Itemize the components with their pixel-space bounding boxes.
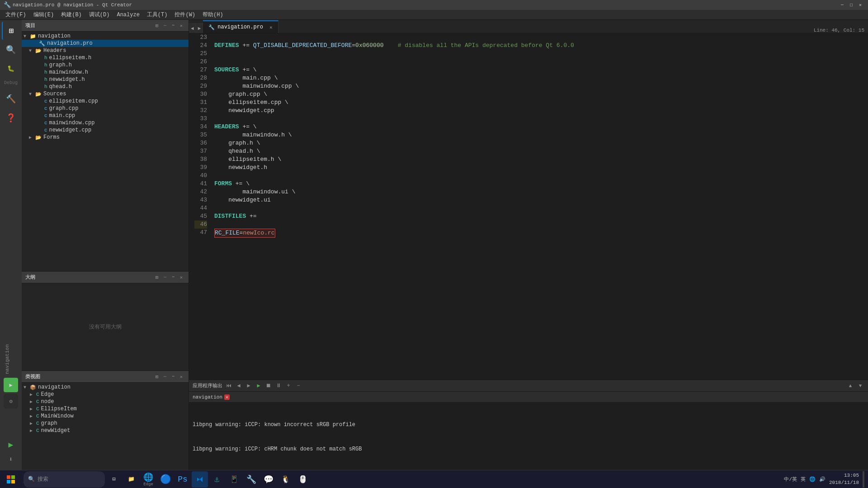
minimize-button[interactable]: ─ <box>838 1 846 9</box>
code-area[interactable]: DEFINES += QT_DISABLE_DEPRECATED_BEFORE=… <box>211 33 868 380</box>
cv-mainwindow[interactable]: ▶ C MainWindow <box>22 413 189 420</box>
outline-sort-btn[interactable]: ⊞ <box>153 274 160 281</box>
tree-item-ellipseitem-h[interactable]: h ellipseitem.h <box>22 54 189 61</box>
run-next-btn[interactable]: ▶ <box>244 381 253 390</box>
play-button[interactable]: ▶ <box>4 437 18 452</box>
cv-ellipseitem[interactable]: ▶ C EllipseItem <box>22 405 189 413</box>
run-config-button[interactable]: ⚙ <box>4 394 18 408</box>
classview-close-btn[interactable]: ✕ <box>178 373 185 380</box>
outline-close-btn[interactable]: ✕ <box>178 274 185 281</box>
output-line-2: libpng warning: iCCP: cHRM chunk does no… <box>193 445 864 453</box>
cv-node-label: node <box>41 399 54 405</box>
tree-headers-group[interactable]: ▼ 📂 Headers <box>22 47 189 54</box>
tree-item-mainwindow-cpp[interactable]: c mainwindow.cpp <box>22 119 189 127</box>
taskbar-qq-btn[interactable]: 🐧 <box>278 471 294 488</box>
tree-forms-group[interactable]: ▶ 📂 Forms <box>22 134 189 141</box>
editor-content[interactable]: 232425262728 293031323334 353637383940 4… <box>189 33 868 380</box>
tree-item-newwidget-cpp[interactable]: c newwidget.cpp <box>22 127 189 134</box>
taskbar-icons: 🔍 搜索 ⊟ 📁 🌐 Edge 🔵 Ps ⚓ 📱 🔧 💬 🐧 🖱️ <box>22 471 313 488</box>
menu-help[interactable]: 帮助(H) <box>199 10 227 19</box>
sidebar-icon-build[interactable]: 🔨 <box>2 90 20 108</box>
taskbar-chrome-btn[interactable]: 🔵 <box>157 471 174 488</box>
menu-analyze[interactable]: Analyze <box>113 11 143 19</box>
output-scroll-up-btn[interactable]: ▲ <box>846 382 854 390</box>
file-tree: ▼ 📁 navigation 🔧 navigation.pro ▼ 📂 Head… <box>22 32 189 271</box>
tree-item-mainwindow-h[interactable]: h mainwindow.h <box>22 69 189 76</box>
sidebar-icon-project[interactable]: ⊞ <box>2 22 20 40</box>
tree-item-graph-cpp[interactable]: c graph.cpp <box>22 105 189 112</box>
classview-sync-btn[interactable]: ↔ <box>161 373 169 380</box>
taskbar-edge-btn[interactable]: 🌐 Edge <box>140 471 156 488</box>
close-panel-btn[interactable]: ✕ <box>178 22 185 29</box>
tree-item-newwidget-h[interactable]: h newwidget.h <box>22 76 189 83</box>
tab-nav-next[interactable]: ▶ <box>196 23 203 33</box>
tree-root-navigation[interactable]: ▼ 📁 navigation <box>22 33 189 40</box>
menu-tools[interactable]: 工具(T) <box>143 10 171 19</box>
cv-edge[interactable]: ▶ C Edge <box>22 391 189 398</box>
run-stop-btn[interactable]: ⏹ <box>264 381 273 390</box>
cv-navigation[interactable]: ▼ 📦 navigation <box>22 384 189 391</box>
tree-item-label-main-cpp: main.cpp <box>49 113 75 119</box>
taskbar-sound-icon[interactable]: 🔊 <box>819 476 826 482</box>
taskbar-gitkraken-btn[interactable]: ⚓ <box>209 471 225 488</box>
tab-label: navigation.pro <box>217 24 263 30</box>
tree-item-graph-h[interactable]: h graph.h <box>22 61 189 69</box>
run-pause-btn[interactable]: ⏸ <box>274 381 283 390</box>
filter-btn[interactable]: ⊞ <box>153 22 160 29</box>
taskbar-photoshop-btn[interactable]: Ps <box>175 471 191 488</box>
tab-nav-prev[interactable]: ◀ <box>189 23 196 33</box>
sidebar-icon-search[interactable]: 🔍 <box>2 41 20 59</box>
taskbar-explorer-btn[interactable]: 📁 <box>123 471 139 488</box>
classview-sort-btn[interactable]: ⊞ <box>153 373 160 380</box>
cv-node[interactable]: ▶ C node <box>22 398 189 405</box>
maximize-button[interactable]: □ <box>847 1 855 9</box>
taskbar-right: 中/英 英 🌐 🔊 13:05 2018/11/18 <box>780 471 868 488</box>
menu-widgets[interactable]: 控件(W) <box>171 10 199 19</box>
menu-file[interactable]: 文件(F) <box>2 10 30 19</box>
run-play-btn[interactable]: ▶ <box>254 381 263 390</box>
collapse-btn[interactable]: − <box>170 22 177 29</box>
tree-item-ellipseitem-cpp[interactable]: c ellipseitem.cpp <box>22 98 189 105</box>
classview-collapse-btn[interactable]: − <box>170 373 177 380</box>
taskbar-wechat-btn[interactable]: 💬 <box>260 471 277 488</box>
tab-bar: ◀ ▶ 🔧 navigation.pro ✕ Line: 46, Col: 15 <box>189 20 868 33</box>
tree-item-label-graph-cpp: graph.cpp <box>49 105 79 112</box>
output-scroll-down-btn[interactable]: ▼ <box>856 382 864 390</box>
run-to-start-btn[interactable]: ⏮ <box>224 381 233 390</box>
tree-sources-group[interactable]: ▼ 📂 Sources <box>22 90 189 98</box>
output-tab-close-btn[interactable]: ✕ <box>224 394 230 400</box>
sync-btn[interactable]: ↔ <box>161 22 169 29</box>
menu-debug[interactable]: 调试(D) <box>85 10 113 19</box>
sidebar-icons: ⊞ 🔍 🐛 Debug 🔨 ❓ navigation ▶ ⚙ ▶ ⬇ <box>0 20 22 470</box>
menu-edit[interactable]: 编辑(E) <box>30 10 58 19</box>
taskbar-start-button[interactable] <box>0 470 22 488</box>
output-zoom-out-btn[interactable]: − <box>294 381 303 390</box>
taskbar-task-view-btn[interactable]: ⊟ <box>106 471 122 488</box>
taskbar-androidstudio-btn[interactable]: 📱 <box>226 471 242 488</box>
taskbar-network-icon[interactable]: 🌐 <box>809 476 816 482</box>
outline-collapse-btn[interactable]: − <box>170 274 177 281</box>
run-prev-btn[interactable]: ◀ <box>234 381 243 390</box>
tab-close-btn[interactable]: ✕ <box>269 24 273 30</box>
taskbar-qtcreator-btn[interactable]: 🔧 <box>243 471 259 488</box>
run-button[interactable]: ▶ <box>4 378 18 392</box>
outline-sync-btn[interactable]: ↔ <box>161 274 169 281</box>
menu-build[interactable]: 构建(B) <box>57 10 85 19</box>
cv-newwidget[interactable]: ▶ C newWidget <box>22 427 189 434</box>
taskbar-show-desktop-btn[interactable] <box>863 471 864 488</box>
taskbar-search-btn[interactable]: 🔍 搜索 <box>24 471 105 488</box>
step-button[interactable]: ⬇ <box>4 452 18 466</box>
tab-navigation-pro[interactable]: 🔧 navigation.pro ✕ <box>203 20 278 33</box>
tree-item-navigation-pro[interactable]: 🔧 navigation.pro <box>22 40 189 47</box>
sidebar-icon-help[interactable]: ❓ <box>2 109 20 127</box>
taskbar-vscode-btn[interactable] <box>192 471 208 488</box>
tree-item-main-cpp[interactable]: c main.cpp <box>22 112 189 119</box>
outline-header: 大纲 ⊞ ↔ − ✕ <box>22 272 189 283</box>
tree-item-qhead-h[interactable]: h qhead.h <box>22 83 189 90</box>
cv-graph[interactable]: ▶ C graph <box>22 420 189 427</box>
output-zoom-in-btn[interactable]: + <box>284 381 293 390</box>
taskbar-cursor-btn[interactable]: 🖱️ <box>295 471 311 488</box>
taskbar-search-label: 搜索 <box>38 475 48 483</box>
sidebar-icon-debug[interactable]: 🐛 <box>2 60 20 78</box>
close-button[interactable]: ✕ <box>856 1 864 9</box>
